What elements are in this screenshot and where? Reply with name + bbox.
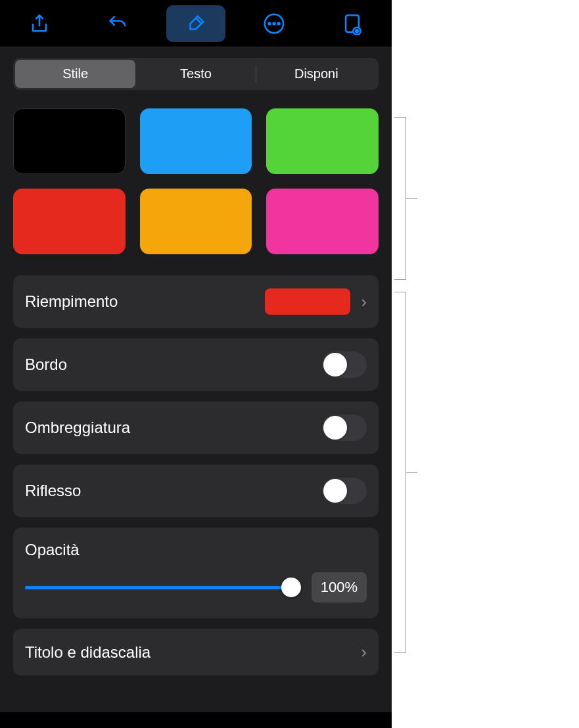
tab-text[interactable]: Testo [135,60,256,88]
document-button[interactable] [323,5,382,42]
top-toolbar [0,0,392,47]
svg-point-3 [278,22,280,24]
title-caption-label: Titolo e didascalia [25,643,151,662]
fill-row[interactable]: Riempimento › [13,275,379,328]
reflection-label: Riflesso [25,482,81,500]
svg-point-6 [356,30,358,32]
svg-point-1 [269,22,271,24]
title-caption-row[interactable]: Titolo e didascalia › [13,629,379,675]
swatch-black[interactable] [13,108,126,174]
shadow-row: Ombreggiatura [13,401,379,454]
format-inspector-panel: Stile Testo Disponi Riempimento › Bordo [0,0,392,728]
swatch-blue[interactable] [140,108,252,174]
opacity-row: Opacità 100% [13,528,379,618]
opacity-slider[interactable] [25,578,301,597]
tab-arrange[interactable]: Disponi [256,60,377,88]
border-row: Bordo [13,338,379,391]
swatch-pink[interactable] [266,189,379,254]
svg-point-2 [273,22,275,24]
shadow-toggle[interactable] [322,415,367,441]
reflection-row: Riflesso [13,465,379,517]
swatch-green[interactable] [266,108,379,174]
reflection-toggle[interactable] [322,478,367,504]
tab-style[interactable]: Stile [15,60,135,88]
shadow-label: Ombreggiatura [25,419,130,437]
swatch-orange[interactable] [140,189,252,254]
annotation-bracket-swatches [394,117,406,280]
share-icon [28,12,51,35]
fill-color-preview [265,288,350,315]
inspector-content: Stile Testo Disponi Riempimento › Bordo [0,47,392,712]
opacity-label: Opacità [25,541,367,559]
chevron-right-icon: › [361,292,367,312]
document-icon [341,12,363,35]
border-toggle[interactable] [322,352,367,378]
border-label: Bordo [25,355,67,374]
annotation-bracket-controls [394,292,406,653]
more-icon [263,12,285,35]
share-button[interactable] [10,5,69,42]
fill-label: Riempimento [25,292,118,311]
chevron-right-icon: › [361,642,367,662]
more-button[interactable] [244,5,304,42]
format-brush-button[interactable] [166,5,225,42]
undo-button[interactable] [88,5,147,42]
swatch-red[interactable] [13,189,126,254]
style-swatch-grid [13,108,379,254]
paintbrush-icon [185,12,207,35]
opacity-value-field[interactable]: 100% [312,572,367,603]
undo-icon [106,12,129,35]
inspector-tabs: Stile Testo Disponi [13,58,379,90]
